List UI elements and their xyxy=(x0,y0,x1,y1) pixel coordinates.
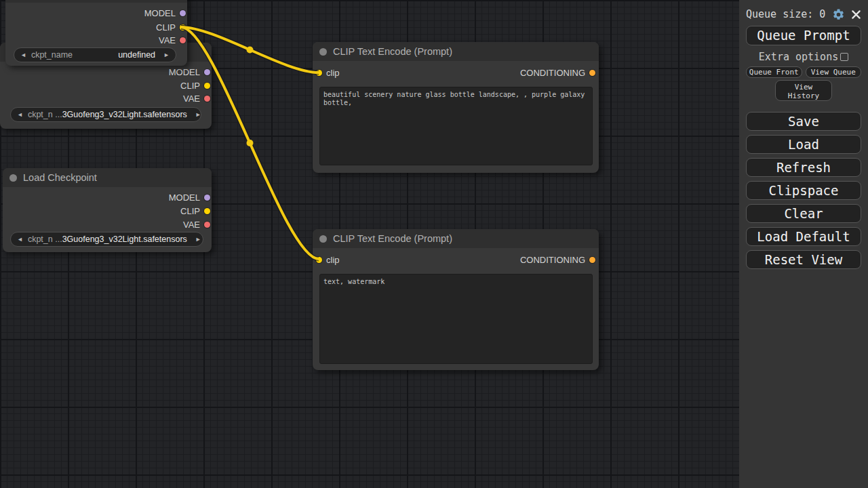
node-title-label: CLIP Text Encode (Prompt) xyxy=(333,233,452,244)
vae-slot-icon[interactable] xyxy=(204,96,210,102)
slot-label: CLIP xyxy=(180,206,200,216)
node-clip-text-encode-positive[interactable]: CLIP Text Encode (Prompt) clip CONDITION… xyxy=(313,42,599,173)
clip-slot-icon[interactable] xyxy=(204,208,210,214)
output-slot-clip[interactable]: CLIP xyxy=(180,204,210,218)
vae-slot-icon[interactable] xyxy=(180,37,186,43)
extra-options-checkbox[interactable] xyxy=(840,53,848,61)
refresh-button[interactable]: Refresh xyxy=(746,158,861,177)
output-slot-conditioning[interactable]: CONDITIONING xyxy=(520,253,595,266)
output-slot-vae[interactable]: VAE xyxy=(183,218,210,231)
queue-size-label: Queue size: 0 xyxy=(746,8,832,20)
ckpt-name-combo[interactable]: ◄ ckpt_n ... 3Guofeng3_v32Light.safetens… xyxy=(10,107,201,122)
model-slot-icon[interactable] xyxy=(204,195,210,201)
collapse-dot-icon[interactable] xyxy=(319,48,327,56)
node-title-bar[interactable]: Load Checkpoint xyxy=(3,168,212,187)
slot-label: CONDITIONING xyxy=(520,255,585,265)
model-slot-icon[interactable] xyxy=(180,10,186,16)
input-slot-clip[interactable]: clip xyxy=(316,66,340,79)
output-slot-model[interactable]: MODEL xyxy=(144,6,186,20)
clipspace-button[interactable]: Clipspace xyxy=(746,181,861,200)
node-title-bar[interactable]: CLIP Text Encode (Prompt) xyxy=(313,42,599,61)
output-slot-clip[interactable]: CLIP xyxy=(180,79,210,92)
combo-prev-icon[interactable]: ◄ xyxy=(17,111,23,118)
combo-next-icon[interactable]: ► xyxy=(163,52,170,58)
node-title-label: Load Checkpoint xyxy=(23,172,97,183)
load-button[interactable]: Load xyxy=(746,135,861,154)
slot-label: MODEL xyxy=(169,67,200,77)
node-title-bar[interactable]: CLIP Text Encode (Prompt) xyxy=(313,229,599,248)
clip-slot-icon[interactable] xyxy=(316,257,322,263)
clip-slot-icon[interactable] xyxy=(204,83,210,89)
combo-prev-icon[interactable]: ◄ xyxy=(20,52,26,58)
node-clip-text-encode-negative[interactable]: CLIP Text Encode (Prompt) clip CONDITION… xyxy=(313,229,599,370)
node-title-bar[interactable] xyxy=(5,0,187,3)
combo-label: ckpt_name xyxy=(31,50,73,60)
collapse-dot-icon[interactable] xyxy=(319,235,327,243)
combo-prev-icon[interactable]: ◄ xyxy=(17,236,23,243)
vae-slot-icon[interactable] xyxy=(204,222,210,228)
prompt-text-area[interactable]: text, watermark xyxy=(319,274,593,364)
slot-label: VAE xyxy=(183,94,200,104)
prompt-text-area[interactable]: beautiful scenery nature glass bottle la… xyxy=(319,87,593,165)
output-slot-vae[interactable]: VAE xyxy=(183,92,210,105)
view-queue-button[interactable]: View Queue xyxy=(806,66,862,78)
node-load-checkpoint[interactable]: Load Checkpoint MODEL CLIP VAE ◄ ckpt_n … xyxy=(3,168,212,252)
slot-label: VAE xyxy=(159,35,176,45)
output-slot-model[interactable]: MODEL xyxy=(169,190,210,204)
combo-value: 3Guofeng3_v32Light.safetensors xyxy=(62,235,187,244)
view-history-line2: History xyxy=(788,92,819,100)
slot-label: CLIP xyxy=(156,22,176,33)
combo-value: undefined xyxy=(118,50,155,60)
reset-view-button[interactable]: Reset View xyxy=(746,250,861,269)
combo-label: ckpt_n ... xyxy=(28,110,62,119)
ckpt-name-combo[interactable]: ◄ ckpt_n ... 3Guofeng3_v32Light.safetens… xyxy=(10,232,203,247)
combo-value: 3Guofeng3_v32Light.safetensors xyxy=(62,110,187,119)
slot-label: MODEL xyxy=(144,8,176,18)
conditioning-slot-icon[interactable] xyxy=(589,257,595,263)
slot-label: clip xyxy=(326,68,340,78)
combo-next-icon[interactable]: ► xyxy=(195,236,201,243)
output-slot-model[interactable]: MODEL xyxy=(169,65,210,79)
collapse-dot-icon[interactable] xyxy=(9,174,17,182)
view-history-button[interactable]: View History xyxy=(775,80,832,101)
wire-midpoint-dot[interactable] xyxy=(247,140,254,146)
model-slot-icon[interactable] xyxy=(204,69,210,75)
slot-label: CLIP xyxy=(180,81,200,91)
slot-label: MODEL xyxy=(169,192,200,203)
slot-label: CONDITIONING xyxy=(520,68,585,78)
extra-options-label: Extra options xyxy=(759,51,838,63)
node-title-label: CLIP Text Encode (Prompt) xyxy=(333,46,452,57)
settings-gear-icon[interactable] xyxy=(832,8,845,21)
conditioning-slot-icon[interactable] xyxy=(589,70,595,76)
comfy-menu-panel: Queue size: 0 Queue Prompt Extra options… xyxy=(739,0,868,488)
view-history-line1: View xyxy=(795,83,813,92)
output-slot-clip[interactable]: CLIP xyxy=(156,20,186,34)
queue-prompt-button[interactable]: Queue Prompt xyxy=(746,26,861,45)
wire-midpoint-dot[interactable] xyxy=(247,47,254,54)
output-slot-conditioning[interactable]: CONDITIONING xyxy=(520,66,595,79)
input-slot-clip[interactable]: clip xyxy=(316,253,340,266)
clear-button[interactable]: Clear xyxy=(746,204,861,223)
slot-label: clip xyxy=(326,255,340,265)
close-icon[interactable] xyxy=(851,9,861,20)
node-graph-canvas[interactable]: MODEL CLIP VAE ◄ ckpt_n ... 3Guofeng3_v3… xyxy=(0,0,739,488)
ckpt-name-combo[interactable]: ◄ ckpt_name undefined ► xyxy=(14,47,176,62)
save-button[interactable]: Save xyxy=(746,112,861,131)
clip-slot-icon[interactable] xyxy=(316,70,322,76)
queue-front-button[interactable]: Queue Front xyxy=(746,66,802,78)
slot-label: VAE xyxy=(183,220,200,230)
combo-next-icon[interactable]: ► xyxy=(195,111,201,118)
combo-label: ckpt_n ... xyxy=(28,235,62,244)
output-slot-vae[interactable]: VAE xyxy=(159,33,186,47)
load-default-button[interactable]: Load Default xyxy=(746,227,861,246)
clip-slot-icon[interactable] xyxy=(180,24,186,30)
node-load-checkpoint-top-partial[interactable]: MODEL CLIP VAE ◄ ckpt_name undefined ► xyxy=(5,0,187,66)
